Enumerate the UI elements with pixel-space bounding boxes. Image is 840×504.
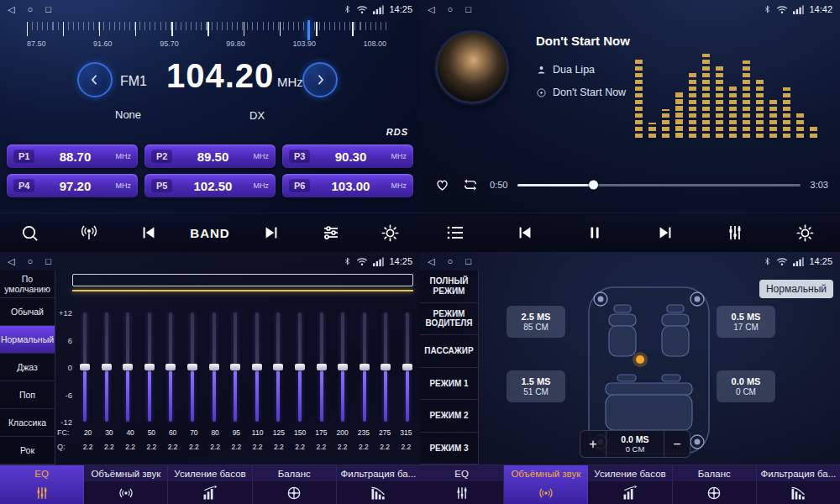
nav-back-icon[interactable]: ◁ <box>428 256 434 267</box>
scan-button[interactable] <box>12 216 47 249</box>
tab-balance[interactable]: Баланс <box>253 465 337 504</box>
nav-back-icon[interactable]: ◁ <box>8 256 14 267</box>
visualizer-bar <box>648 123 656 138</box>
next-track-button[interactable] <box>648 216 683 249</box>
tune-sliders-button[interactable] <box>313 216 349 249</box>
eq-band-slider[interactable] <box>186 312 198 422</box>
radio-waves-button[interactable] <box>71 216 107 249</box>
tune-down-button[interactable] <box>77 62 113 97</box>
scale-label: 91.60 <box>93 39 113 48</box>
mode-driver[interactable]: РЕЖИМ ВОДИТЕЛЯ <box>420 303 478 336</box>
tab-eq[interactable]: EQ <box>0 465 84 504</box>
repeat-button[interactable] <box>461 176 480 193</box>
frequency-scale[interactable]: 87.50 91.60 95.70 99.80 103.90 108.00 <box>27 22 386 50</box>
wifi-icon <box>776 257 788 266</box>
settings-button[interactable] <box>787 216 822 249</box>
eq-band-slider[interactable] <box>359 312 370 422</box>
rear-left-delay[interactable]: 1.5 MS 51 CM <box>507 370 565 402</box>
band-button[interactable]: BAND <box>190 226 229 240</box>
nav-recents-icon[interactable]: □ <box>45 4 51 15</box>
preset-p6-button[interactable]: P6 103.00 MHz <box>282 174 413 197</box>
nav-home-icon[interactable]: ○ <box>27 256 33 267</box>
surround-icon <box>504 481 587 504</box>
eq-band-slider[interactable] <box>316 312 328 422</box>
tab-filter[interactable]: Фильтрация ба... <box>757 465 840 504</box>
nav-recents-icon[interactable]: □ <box>465 256 471 267</box>
q-value: 2.2 <box>375 443 396 451</box>
eq-preset-pop[interactable]: Поп <box>0 381 55 409</box>
preset-key: P2 <box>151 150 172 163</box>
wifi-icon <box>776 5 788 14</box>
nav-recents-icon[interactable]: □ <box>465 4 471 15</box>
eq-band-slider[interactable] <box>144 312 155 422</box>
preset-p4-button[interactable]: P4 97.20 MHz <box>7 174 138 197</box>
nav-back-icon[interactable]: ◁ <box>8 4 14 15</box>
eq-preset-jazz[interactable]: Джаз <box>0 354 55 381</box>
tab-bass-boost[interactable]: Усиление басов <box>168 465 252 504</box>
tune-up-button[interactable] <box>302 62 338 97</box>
delay-decrease-button[interactable]: − <box>664 431 690 457</box>
settings-button[interactable] <box>373 216 408 249</box>
album-art[interactable] <box>435 30 509 104</box>
nav-home-icon[interactable]: ○ <box>447 256 453 267</box>
eq-preset-rock[interactable]: Рок <box>0 437 55 465</box>
tab-eq[interactable]: EQ <box>420 465 504 504</box>
front-right-delay[interactable]: 0.5 MS 17 CM <box>717 306 775 338</box>
mode-full[interactable]: ПОЛНЫЙ РЕЖИМ <box>420 270 478 303</box>
next-station-button[interactable] <box>254 216 289 249</box>
eq-band-slider[interactable] <box>165 312 176 422</box>
eq-band-slider[interactable] <box>122 312 134 422</box>
eq-band-slider[interactable] <box>294 312 306 422</box>
bluetooth-icon <box>764 4 771 14</box>
eq-band-slider[interactable] <box>208 312 220 422</box>
mode-3[interactable]: РЕЖИМ 3 <box>420 433 478 465</box>
eq-band-slider[interactable] <box>229 312 241 422</box>
preset-p3-button[interactable]: P3 90.30 MHz <box>282 144 413 168</box>
mode-1[interactable]: РЕЖИМ 1 <box>420 368 478 401</box>
mode-2[interactable]: РЕЖИМ 2 <box>420 400 478 433</box>
rear-right-delay[interactable]: 0.0 MS 0 CM <box>717 370 775 402</box>
playlist-button[interactable] <box>438 216 473 249</box>
eq-band-slider[interactable] <box>79 312 91 422</box>
eq-band-slider[interactable] <box>101 312 113 422</box>
nav-back-icon[interactable]: ◁ <box>428 4 434 15</box>
tab-surround[interactable]: Объёмный звук <box>504 465 588 504</box>
eq-band-slider[interactable] <box>337 312 349 422</box>
eq-preset-normal[interactable]: Нормальный <box>0 326 55 354</box>
nav-home-icon[interactable]: ○ <box>27 4 33 15</box>
eq-band-slider[interactable] <box>251 312 263 422</box>
preset-grid: P1 88.70 MHz P2 89.50 MHz P3 90.30 MHz P… <box>7 144 413 197</box>
q-value: 2.2 <box>162 443 183 451</box>
tab-bass-boost[interactable]: Усиление басов <box>588 465 672 504</box>
tab-filter[interactable]: Фильтрация ба... <box>337 465 420 504</box>
eq-band-slider[interactable] <box>402 312 413 422</box>
tab-surround[interactable]: Объёмный звук <box>84 465 168 504</box>
delay-ms: 2.5 MS <box>522 312 551 322</box>
nav-recents-icon[interactable]: □ <box>45 256 51 267</box>
preset-p5-button[interactable]: P5 102.50 MHz <box>144 174 276 197</box>
preset-p2-button[interactable]: P2 89.50 MHz <box>144 144 276 168</box>
visualizer-bar <box>743 60 750 138</box>
eq-preset-classic[interactable]: Классика <box>0 409 55 437</box>
fc-values: 2030405060708095110125150175200235275315 <box>77 428 417 437</box>
seek-bar[interactable] <box>517 184 800 186</box>
prev-track-button[interactable] <box>507 216 543 249</box>
eq-preset-custom[interactable]: Обычай <box>0 298 55 326</box>
preset-p1-button[interactable]: P1 88.70 MHz <box>7 144 138 168</box>
tab-filter-label: Фильтрация ба... <box>757 465 840 481</box>
front-left-delay[interactable]: 2.5 MS 85 CM <box>507 306 565 338</box>
eq-preset-default[interactable]: По умолчанию <box>0 270 55 298</box>
nav-home-icon[interactable]: ○ <box>447 4 453 15</box>
profile-button[interactable]: Нормальный <box>759 280 833 298</box>
tab-balance[interactable]: Баланс <box>673 465 757 504</box>
prev-station-button[interactable] <box>131 216 166 249</box>
favorite-button[interactable] <box>433 177 451 193</box>
signal-icon <box>793 257 804 266</box>
eq-band-slider[interactable] <box>380 312 391 422</box>
eq-band-slider[interactable] <box>272 312 284 422</box>
pause-button[interactable] <box>577 216 612 249</box>
eq-faders-button[interactable] <box>717 216 753 249</box>
delay-increase-button[interactable]: + <box>580 431 606 457</box>
mode-passenger[interactable]: ПАССАЖИР <box>420 335 478 368</box>
q-row: Q: 2.22.22.22.22.22.22.22.22.22.22.22.22… <box>57 443 417 451</box>
